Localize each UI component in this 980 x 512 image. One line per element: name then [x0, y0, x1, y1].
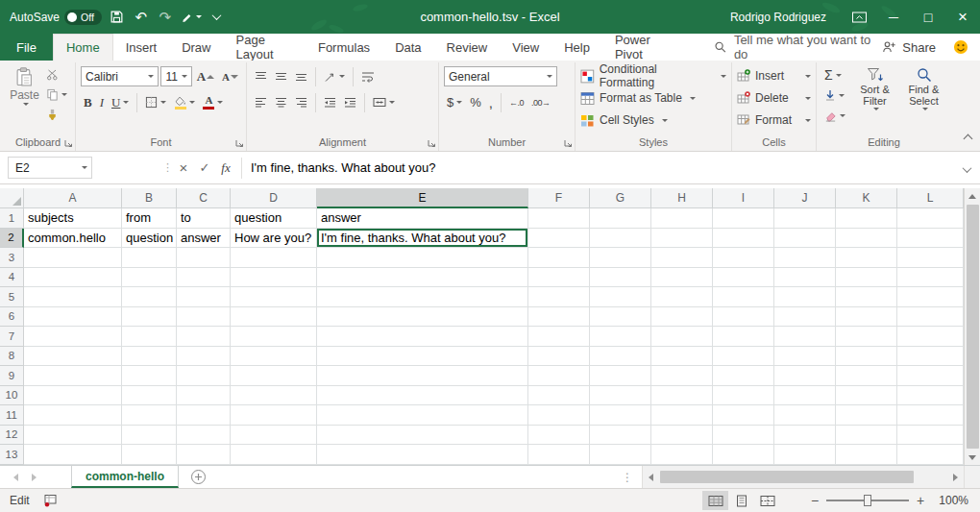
zoom-in-button[interactable]: + [911, 493, 930, 508]
increase-indent-button[interactable] [341, 93, 359, 112]
font-color-button[interactable]: A [200, 93, 226, 112]
font-name-combo[interactable]: Calibri [81, 66, 159, 86]
cell-H6[interactable] [651, 307, 713, 328]
cell-J2[interactable] [774, 229, 836, 249]
top-align-button[interactable] [252, 67, 270, 86]
number-dialog-launcher[interactable] [564, 139, 573, 148]
pen-mode-button[interactable] [181, 6, 202, 29]
cell-I1[interactable] [713, 208, 774, 229]
percent-style-button[interactable]: % [467, 93, 484, 112]
cell-D11[interactable] [231, 405, 317, 426]
column-header-J[interactable]: J [774, 188, 836, 208]
cell-F12[interactable] [528, 426, 590, 446]
cell-E2[interactable]: I'm fine, thanks. What about you? [317, 229, 528, 249]
page-layout-view-button[interactable] [728, 491, 754, 510]
cell-B10[interactable] [122, 386, 177, 406]
cell-J10[interactable] [774, 386, 836, 406]
cell-F1[interactable] [528, 208, 590, 229]
cell-A5[interactable] [24, 287, 122, 307]
increase-decimal-button[interactable]: ←.0 [506, 93, 527, 112]
cell-B11[interactable] [122, 405, 177, 426]
row-header-2[interactable]: 2 [0, 229, 24, 249]
format-as-table-button[interactable]: Format as Table [580, 87, 726, 109]
accounting-format-button[interactable]: $ [444, 93, 465, 112]
cell-E1[interactable]: answer [317, 208, 528, 229]
cell-A3[interactable] [24, 248, 122, 268]
column-header-H[interactable]: H [651, 188, 713, 208]
cell-B13[interactable] [122, 445, 177, 465]
font-dialog-launcher[interactable] [235, 139, 244, 148]
cell-K10[interactable] [836, 386, 897, 406]
scroll-left-button[interactable] [643, 466, 659, 488]
cell-J6[interactable] [774, 307, 836, 328]
wrap-text-button[interactable] [358, 67, 378, 86]
cell-L7[interactable] [897, 327, 964, 347]
cell-B3[interactable] [122, 248, 177, 268]
cell-F6[interactable] [528, 307, 590, 328]
cell-G13[interactable] [590, 445, 651, 465]
cell-I9[interactable] [713, 366, 774, 386]
cell-F8[interactable] [528, 347, 590, 367]
cell-E10[interactable] [317, 386, 528, 406]
cell-D5[interactable] [231, 287, 317, 307]
cell-K4[interactable] [836, 268, 897, 288]
font-size-combo[interactable]: 11 [160, 66, 191, 86]
column-header-A[interactable]: A [24, 188, 122, 208]
cell-H13[interactable] [651, 445, 713, 465]
cell-G11[interactable] [590, 405, 651, 426]
cell-F11[interactable] [528, 405, 590, 426]
cell-F5[interactable] [528, 287, 590, 307]
cell-K9[interactable] [836, 366, 897, 386]
cell-F9[interactable] [528, 366, 590, 386]
cell-I7[interactable] [713, 327, 774, 347]
cell-G5[interactable] [590, 287, 651, 307]
cell-C8[interactable] [177, 347, 231, 367]
cell-D2[interactable]: How are you? [231, 229, 317, 249]
horizontal-scrollbar-thumb[interactable] [660, 471, 914, 483]
cell-C13[interactable] [177, 445, 231, 465]
cell-F7[interactable] [528, 327, 590, 347]
insert-cells-button[interactable]: Insert [737, 65, 811, 86]
tab-view[interactable]: View [500, 34, 551, 61]
cell-H1[interactable] [651, 208, 713, 229]
maximize-button[interactable]: □ [911, 0, 945, 34]
cell-K2[interactable] [836, 229, 897, 249]
cancel-button[interactable]: × [173, 159, 194, 176]
copy-button[interactable] [43, 85, 70, 104]
increase-font-size-button[interactable]: A [194, 67, 217, 86]
cell-E8[interactable] [317, 347, 528, 367]
cell-I12[interactable] [713, 426, 774, 446]
fill-button[interactable] [821, 85, 848, 105]
cell-J9[interactable] [774, 366, 836, 386]
autosum-button[interactable]: Σ [821, 65, 848, 85]
underline-button[interactable]: U [109, 93, 132, 112]
cell-L8[interactable] [897, 347, 964, 367]
borders-button[interactable] [142, 93, 169, 112]
tab-review[interactable]: Review [434, 34, 501, 61]
next-sheet-button[interactable] [32, 474, 37, 481]
cell-J5[interactable] [774, 287, 836, 307]
cell-K6[interactable] [836, 307, 897, 328]
row-header-6[interactable]: 6 [0, 307, 24, 328]
cell-C4[interactable] [177, 268, 231, 288]
scroll-right-button[interactable] [947, 466, 964, 488]
close-button[interactable]: × [945, 0, 980, 34]
row-header-5[interactable]: 5 [0, 287, 24, 307]
cell-C12[interactable] [177, 426, 231, 446]
cell-styles-button[interactable]: Cell Styles [580, 110, 726, 131]
share-button[interactable]: Share [882, 34, 953, 61]
cell-B4[interactable] [122, 268, 177, 288]
feedback-button[interactable] [953, 34, 980, 61]
row-header-13[interactable]: 13 [0, 445, 24, 465]
zoom-slider[interactable] [826, 500, 909, 501]
customize-qat-button[interactable] [208, 6, 226, 29]
cell-D4[interactable] [231, 268, 317, 288]
cell-H8[interactable] [651, 347, 713, 367]
cell-A9[interactable] [24, 366, 122, 386]
cell-E5[interactable] [317, 287, 528, 307]
save-button[interactable] [109, 6, 126, 29]
cell-G7[interactable] [590, 327, 651, 347]
tab-draw[interactable]: Draw [169, 34, 223, 61]
cell-F3[interactable] [528, 248, 590, 268]
expand-formula-bar-button[interactable] [964, 159, 974, 177]
